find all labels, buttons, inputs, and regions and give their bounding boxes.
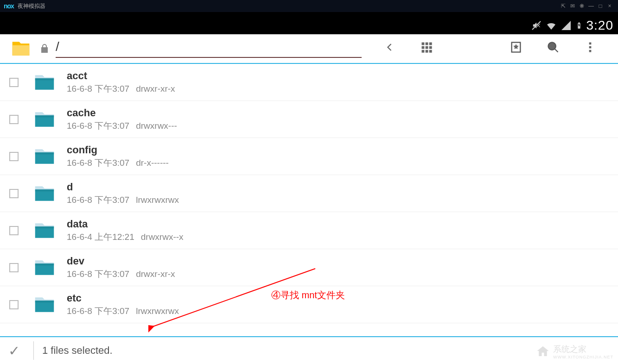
svg-rect-8 [426, 50, 428, 52]
wifi-icon [546, 20, 557, 31]
window-title: 夜神模拟器 [18, 2, 45, 10]
selection-bar: ✓ 1 files selected. [0, 336, 618, 364]
file-meta: 16-6-8 下午3:07lrwxrwxrwx [67, 194, 179, 206]
mute-icon [531, 20, 542, 31]
svg-rect-14 [589, 50, 592, 52]
file-row[interactable]: acct 16-6-8 下午3:07drwxr-xr-x [0, 64, 618, 101]
close-icon[interactable]: × [605, 3, 614, 9]
file-name: d [67, 181, 179, 193]
svg-rect-1 [422, 42, 425, 45]
folder-icon [31, 181, 58, 206]
file-name: config [67, 144, 169, 156]
mail-icon[interactable]: ✉ [568, 3, 577, 9]
file-row[interactable]: config 16-6-8 下午3:07dr-x------ [0, 138, 618, 175]
battery-icon [575, 20, 583, 31]
file-row[interactable]: dev 16-6-8 下午3:07drwxr-xr-x [0, 249, 618, 286]
file-meta: 16-6-8 下午3:07lrwxrwxrwx [67, 305, 179, 317]
checkbox[interactable] [9, 263, 19, 272]
file-name: etc [67, 292, 179, 304]
checkbox[interactable] [9, 115, 19, 124]
file-meta: 16-6-4 上午12:21drwxrwx--x [67, 231, 184, 243]
svg-rect-2 [426, 42, 428, 45]
svg-rect-7 [422, 50, 425, 52]
svg-rect-9 [429, 50, 432, 52]
file-meta: 16-6-8 下午3:07drwxrwx--- [67, 120, 177, 132]
search-icon[interactable] [535, 41, 572, 57]
folder-icon [31, 70, 58, 95]
folder-icon [31, 255, 58, 280]
path-input[interactable]: / [56, 39, 362, 58]
folder-icon [31, 107, 58, 132]
checkbox[interactable] [9, 78, 19, 87]
file-meta: 16-6-8 下午3:07dr-x------ [67, 157, 169, 169]
window-titlebar: nox 夜神模拟器 ⇱ ✉ ❋ — □ × [0, 0, 618, 12]
selection-status: 1 files selected. [42, 345, 113, 357]
svg-rect-3 [429, 42, 432, 45]
settings-icon[interactable]: ❋ [577, 3, 586, 9]
file-meta: 16-6-8 下午3:07drwxr-xr-x [67, 268, 175, 280]
pin-icon[interactable]: ⇱ [559, 3, 568, 9]
file-name: acct [67, 70, 175, 82]
checkbox[interactable] [9, 226, 19, 235]
folder-icon [31, 292, 58, 317]
file-name: cache [67, 107, 177, 119]
confirm-check-icon[interactable]: ✓ [8, 343, 25, 359]
folder-icon [31, 218, 58, 243]
svg-rect-13 [589, 46, 592, 48]
file-meta: 16-6-8 下午3:07drwxr-xr-x [67, 83, 175, 95]
home-folder-icon[interactable] [8, 38, 33, 59]
checkbox[interactable] [9, 189, 19, 198]
grid-view-icon[interactable] [408, 41, 445, 57]
back-button[interactable] [371, 41, 408, 57]
bookmark-icon[interactable] [497, 41, 535, 57]
signal-icon [561, 20, 572, 31]
android-statusbar: 3:20 [0, 17, 618, 34]
svg-rect-6 [429, 46, 432, 49]
overflow-menu-icon[interactable] [572, 41, 609, 57]
file-row[interactable]: d 16-6-8 下午3:07lrwxrwxrwx [0, 175, 618, 212]
app-toolbar: / [0, 34, 618, 64]
svg-point-11 [548, 42, 556, 50]
file-name: data [67, 218, 184, 230]
checkbox[interactable] [9, 300, 19, 309]
minimize-icon[interactable]: — [586, 3, 596, 9]
clock-time: 3:20 [586, 18, 614, 33]
checkbox[interactable] [9, 152, 19, 161]
file-name: dev [67, 255, 175, 267]
annotation-label: ④寻找 mnt文件夹 [271, 289, 345, 301]
svg-rect-5 [426, 46, 428, 49]
svg-rect-4 [422, 46, 425, 49]
nox-logo: nox [4, 2, 14, 10]
maximize-icon[interactable]: □ [596, 3, 605, 9]
lock-icon[interactable] [39, 43, 50, 54]
file-list: acct 16-6-8 下午3:07drwxr-xr-x cache 16-6-… [0, 64, 618, 323]
file-row[interactable]: data 16-6-4 上午12:21drwxrwx--x [0, 212, 618, 249]
file-row[interactable]: cache 16-6-8 下午3:07drwxrwx--- [0, 101, 618, 138]
folder-icon [31, 144, 58, 169]
svg-rect-12 [589, 42, 592, 44]
